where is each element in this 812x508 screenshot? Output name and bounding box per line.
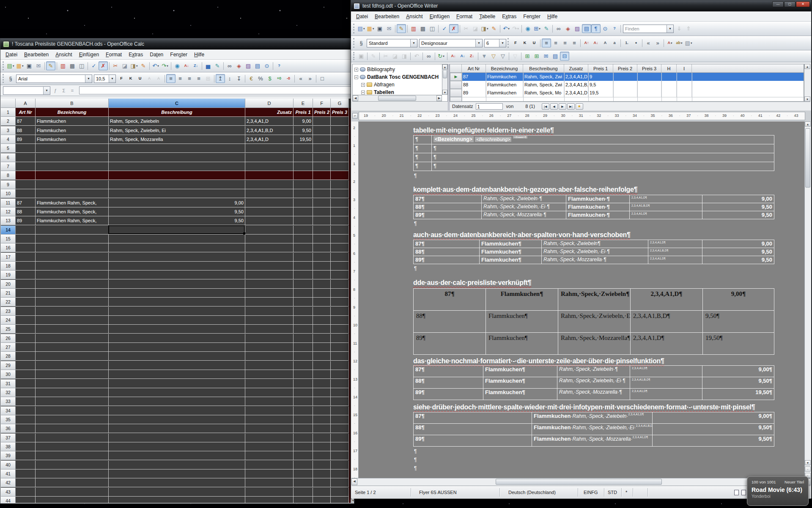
table-cell[interactable]: Rahm,·Speck,·Mozzarella·¶ bbox=[482, 211, 566, 219]
calc-titlebar[interactable]: ! Toscana Preisliste GENGENBACH.ods - Op… bbox=[0, 39, 354, 50]
increase-indent-button[interactable]: » bbox=[653, 39, 662, 47]
cell-A38[interactable] bbox=[16, 442, 36, 451]
table-cell[interactable]: 9,50 bbox=[702, 203, 774, 211]
grid-cell-art-nr-87[interactable]: 87 bbox=[462, 73, 486, 81]
formula-button[interactable]: = bbox=[68, 87, 77, 94]
grid-cell-bezeichnung-87[interactable]: Flammkuchen bbox=[486, 73, 523, 81]
table-cell[interactable]: 87¶ bbox=[414, 289, 486, 311]
cell-E44[interactable] bbox=[294, 497, 313, 503]
cell-B5[interactable] bbox=[36, 144, 109, 153]
cell-C6[interactable] bbox=[109, 153, 245, 162]
delete-decimal-place-button[interactable]: -0 bbox=[284, 74, 293, 83]
grid-cell-beschreibung-88[interactable]: Rahm, Speck, Zwi bbox=[523, 81, 564, 89]
row-selector-88[interactable] bbox=[450, 81, 462, 89]
cell-A5[interactable] bbox=[16, 144, 36, 153]
cell-E40[interactable] bbox=[294, 461, 313, 469]
cell-B32[interactable] bbox=[36, 388, 109, 397]
undo-button[interactable]: ↶▾ bbox=[151, 61, 160, 70]
row-header-25[interactable]: 25 bbox=[1, 325, 16, 334]
cell-B1[interactable]: Bezeichnung bbox=[36, 108, 109, 117]
row-header-17[interactable]: 17 bbox=[1, 253, 16, 262]
cell-A13[interactable]: 89 bbox=[16, 216, 36, 225]
numbered-list-button[interactable]: 1. bbox=[622, 39, 631, 47]
grid-column-header-bezeichnung[interactable]: Bezeichnung bbox=[486, 64, 523, 73]
cell-E14[interactable] bbox=[294, 226, 313, 235]
cell-E11[interactable] bbox=[294, 199, 313, 207]
fields-table-cell[interactable]: ¶ bbox=[432, 162, 774, 171]
paste-button[interactable]: ◨▾ bbox=[480, 24, 489, 33]
cell-F16[interactable] bbox=[313, 243, 331, 252]
cell-A37[interactable] bbox=[16, 433, 36, 442]
decrease-indent-button[interactable]: « bbox=[296, 74, 305, 83]
cell-D20[interactable] bbox=[245, 280, 294, 289]
row-selector-87[interactable]: ▶ bbox=[450, 73, 462, 81]
cell-B38[interactable] bbox=[36, 442, 109, 451]
table-cell[interactable]: 89¶ bbox=[414, 435, 532, 447]
cell-A43[interactable] bbox=[16, 488, 36, 497]
cell-E24[interactable] bbox=[294, 316, 313, 325]
cell-F15[interactable] bbox=[313, 235, 331, 243]
table-cell[interactable]: 9,00¶ bbox=[702, 366, 774, 377]
cell-D34[interactable] bbox=[245, 406, 294, 415]
cell-E7[interactable] bbox=[294, 162, 313, 171]
cell-E38[interactable] bbox=[294, 442, 313, 451]
cell-C9[interactable] bbox=[109, 180, 245, 189]
cell-F41[interactable] bbox=[313, 469, 331, 478]
cell-A40[interactable] bbox=[16, 461, 36, 469]
sort-ascending-button[interactable]: A↓ bbox=[458, 52, 467, 61]
grid-cell-preis-3-87[interactable] bbox=[637, 73, 661, 81]
table-cell[interactable]: 89¶ bbox=[414, 256, 480, 264]
cell-C34[interactable] bbox=[109, 406, 245, 415]
cell-F13[interactable] bbox=[313, 216, 331, 225]
explorer-on-off-button[interactable]: ⊟ bbox=[560, 52, 569, 61]
cell-D16[interactable] bbox=[245, 243, 294, 252]
horizontal-ruler[interactable]: ⌐19·20·21·22·23·24·25·26·27·28·29·30·31·… bbox=[351, 110, 811, 121]
cell-C12[interactable]: 9,50 bbox=[109, 207, 245, 216]
grid-column-header-i[interactable]: I bbox=[677, 64, 692, 73]
scroll-up-icon[interactable]: ▲ bbox=[442, 64, 447, 69]
row-header-14[interactable]: 14 bbox=[1, 226, 16, 235]
table-cell[interactable]: 9,50¶ bbox=[653, 435, 774, 447]
fields-table-cell[interactable]: <Bezeichnung> <Beschreibung> <Zusatz>¶ bbox=[432, 135, 774, 144]
grid-row-87[interactable]: 87FlammkuchenRahm, Speck, Zwi2,3,4,A1,D9 bbox=[462, 73, 804, 81]
new-document-button[interactable]: ▤▾ bbox=[357, 24, 366, 33]
cell-G17[interactable] bbox=[331, 253, 349, 262]
fields-table-cell[interactable]: ¶ bbox=[414, 135, 432, 144]
fields-table-cell[interactable]: ¶ bbox=[414, 153, 432, 162]
cell-C10[interactable] bbox=[109, 189, 245, 198]
cell-G5[interactable] bbox=[331, 144, 349, 153]
writer-menu-bearbeiten[interactable]: Bearbeiten bbox=[371, 12, 403, 21]
cell-A14[interactable] bbox=[16, 226, 36, 235]
cell-A36[interactable] bbox=[16, 424, 36, 433]
cell-B27[interactable] bbox=[36, 343, 109, 352]
cell-D19[interactable] bbox=[245, 271, 294, 279]
align-right-button[interactable]: ≡ bbox=[185, 74, 194, 83]
table-cell[interactable]: Rahm,·Speck,·Zwiebeln,·Ei·¶ bbox=[542, 248, 648, 256]
table-cell[interactable]: Flammkuchen·¶ bbox=[566, 211, 630, 219]
cell-A23[interactable] bbox=[16, 307, 36, 316]
cell-D35[interactable] bbox=[245, 415, 294, 424]
cell-A35[interactable] bbox=[16, 415, 36, 424]
cell-A32[interactable] bbox=[16, 388, 36, 397]
calc-window[interactable]: ! Toscana Preisliste GENGENBACH.ods - Op… bbox=[0, 38, 354, 504]
calc-sheet-grid[interactable]: ABCDEFG1Art NrBezeichnungBeschreibungZus… bbox=[1, 99, 354, 503]
table-cell[interactable]: 88¶ bbox=[414, 248, 480, 256]
table-cell[interactable]: Flammkuchen¶ bbox=[480, 240, 542, 248]
table-cell[interactable]: Rahm,·Speck,·Zwiebeln,·Ei·¶ bbox=[557, 377, 630, 389]
italic-button[interactable]: K bbox=[126, 74, 135, 83]
cell-D15[interactable] bbox=[245, 235, 294, 243]
navigator-button[interactable]: ◈ bbox=[563, 24, 573, 33]
cell-G27[interactable] bbox=[331, 343, 349, 352]
table-cell[interactable]: Rahm,·Speck,·Mozzarella¶ bbox=[558, 333, 631, 355]
grid-column-header-preis-2[interactable]: Preis 2 bbox=[613, 64, 637, 73]
row-header-15[interactable]: 15 bbox=[1, 235, 16, 243]
cell-A22[interactable] bbox=[16, 298, 36, 306]
cell-F26[interactable] bbox=[313, 334, 331, 343]
copy-button[interactable]: ◪ bbox=[120, 61, 129, 70]
record-number-input[interactable]: 1 bbox=[476, 103, 503, 110]
table-cell[interactable]: Rahm,·Speck,·Zwiebeln,·Ei¶ bbox=[558, 311, 631, 333]
table-cell[interactable]: 88¶ bbox=[414, 311, 486, 333]
cell-F23[interactable] bbox=[313, 307, 331, 316]
cell-F9[interactable] bbox=[313, 180, 331, 189]
table-cell[interactable]: Flammkuchen¶ bbox=[486, 311, 558, 333]
